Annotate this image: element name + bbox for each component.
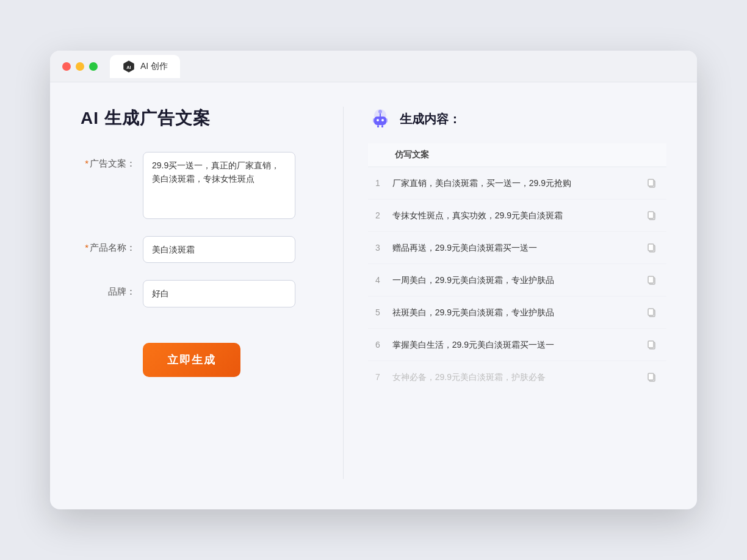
minimize-button[interactable] — [76, 62, 84, 71]
svg-rect-11 — [385, 118, 388, 123]
bot-icon — [368, 107, 392, 131]
result-copy-cell — [637, 264, 666, 296]
close-button[interactable] — [62, 62, 71, 71]
svg-rect-4 — [377, 125, 379, 127]
table-row: 4 一周美白，29.9元美白淡斑霜，专业护肤品 — [368, 264, 666, 296]
svg-rect-19 — [648, 276, 654, 283]
svg-rect-17 — [648, 244, 654, 251]
svg-rect-15 — [648, 212, 654, 218]
ad-copy-required-star: * — [85, 158, 88, 168]
result-copy-cell — [637, 296, 666, 329]
svg-rect-23 — [648, 341, 654, 348]
svg-rect-10 — [373, 118, 375, 123]
result-num: 5 — [368, 296, 388, 329]
brand-form-group: 品牌： — [81, 280, 312, 307]
result-header: 生成内容： — [368, 107, 666, 131]
title-bar: AI AI 创作 — [50, 51, 697, 82]
result-num: 2 — [368, 199, 388, 232]
result-title: 生成内容： — [400, 111, 461, 127]
brand-label: 品牌： — [81, 280, 135, 298]
product-name-form-group: *产品名称： — [81, 236, 312, 263]
product-name-input[interactable] — [143, 236, 295, 263]
result-num: 4 — [368, 264, 388, 296]
result-copy-cell — [637, 232, 666, 264]
table-row: 6 掌握美白生活，29.9元美白淡斑霜买一送一 — [368, 329, 666, 361]
page-title: AI 生成广告文案 — [81, 107, 312, 130]
copy-icon[interactable] — [644, 240, 659, 255]
result-text: 掌握美白生活，29.9元美白淡斑霜买一送一 — [388, 329, 637, 361]
ai-tab[interactable]: AI AI 创作 — [110, 55, 180, 78]
result-text: 厂家直销，美白淡斑霜，买一送一，29.9元抢购 — [388, 167, 637, 199]
panel-divider — [343, 107, 344, 479]
copy-icon[interactable] — [644, 305, 659, 320]
copy-icon[interactable] — [644, 208, 659, 223]
result-num: 7 — [368, 361, 388, 393]
result-num: 3 — [368, 232, 388, 264]
result-copy-cell — [637, 361, 666, 393]
result-copy-cell — [637, 199, 666, 232]
product-name-required-star: * — [85, 242, 88, 253]
result-num: 6 — [368, 329, 388, 361]
ai-tab-icon: AI — [122, 60, 135, 73]
svg-point-7 — [381, 119, 384, 121]
product-name-label: *产品名称： — [81, 236, 135, 254]
table-row: 3 赠品再送，29.9元美白淡斑霜买一送一 — [368, 232, 666, 264]
left-panel: AI 生成广告文案 *广告文案： 29.9买一送一，真正的厂家直销，美白淡斑霜，… — [81, 107, 337, 479]
ad-copy-label: *广告文案： — [81, 152, 135, 170]
svg-rect-13 — [648, 179, 654, 186]
col-num — [368, 143, 388, 167]
content-area: AI 生成广告文案 *广告文案： 29.9买一送一，真正的厂家直销，美白淡斑霜，… — [50, 82, 697, 509]
result-num: 1 — [368, 167, 388, 199]
svg-text:AI: AI — [126, 64, 131, 70]
col-action — [637, 143, 666, 167]
brand-input[interactable] — [143, 280, 295, 307]
result-copy-cell — [637, 329, 666, 361]
svg-rect-21 — [648, 309, 654, 315]
result-text: 专抹女性斑点，真实功效，29.9元美白淡斑霜 — [388, 199, 637, 232]
table-row: 7 女神必备，29.9元美白淡斑霜，护肤必备 — [368, 361, 666, 393]
browser-window: AI AI 创作 AI 生成广告文案 *广告文案： 29.9买一送一，真正的厂家… — [50, 51, 697, 509]
ad-copy-textarea[interactable]: 29.9买一送一，真正的厂家直销，美白淡斑霜，专抹女性斑点 — [143, 152, 295, 219]
copy-icon[interactable] — [644, 337, 659, 352]
table-row: 2 专抹女性斑点，真实功效，29.9元美白淡斑霜 — [368, 199, 666, 232]
result-text: 祛斑美白，29.9元美白淡斑霜，专业护肤品 — [388, 296, 637, 329]
maximize-button[interactable] — [89, 62, 98, 71]
col-text: 仿写文案 — [388, 143, 637, 167]
traffic-lights — [62, 62, 98, 71]
svg-rect-3 — [374, 117, 386, 125]
generate-button[interactable]: 立即生成 — [143, 343, 240, 377]
result-copy-cell — [637, 167, 666, 199]
svg-rect-25 — [648, 373, 654, 380]
svg-rect-5 — [381, 125, 383, 127]
result-text: 女神必备，29.9元美白淡斑霜，护肤必备 — [388, 361, 637, 393]
copy-icon[interactable] — [644, 273, 659, 287]
svg-point-6 — [377, 119, 379, 121]
result-table: 仿写文案 1 厂家直销，美白淡斑霜，买一送一，29.9元抢购 2 专抹女性斑点， — [368, 143, 666, 393]
table-row: 5 祛斑美白，29.9元美白淡斑霜，专业护肤品 — [368, 296, 666, 329]
ad-copy-form-group: *广告文案： 29.9买一送一，真正的厂家直销，美白淡斑霜，专抹女性斑点 — [81, 152, 312, 219]
copy-icon[interactable] — [644, 176, 659, 190]
result-text: 赠品再送，29.9元美白淡斑霜买一送一 — [388, 232, 637, 264]
result-text: 一周美白，29.9元美白淡斑霜，专业护肤品 — [388, 264, 637, 296]
copy-icon[interactable] — [644, 370, 659, 384]
right-panel: 生成内容： 仿写文案 1 厂家直销，美白淡斑霜，买一送一，29.9元抢购 — [350, 107, 666, 479]
table-row: 1 厂家直销，美白淡斑霜，买一送一，29.9元抢购 — [368, 167, 666, 199]
svg-point-8 — [378, 110, 382, 113]
ai-tab-label: AI 创作 — [140, 61, 168, 72]
